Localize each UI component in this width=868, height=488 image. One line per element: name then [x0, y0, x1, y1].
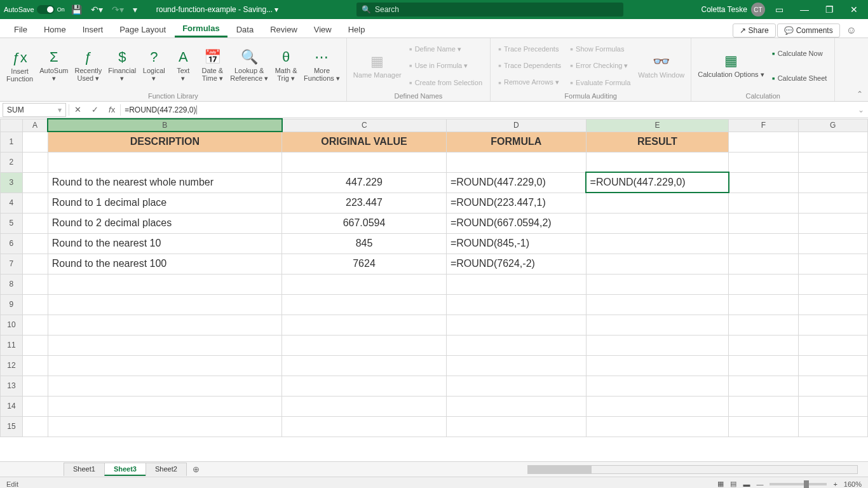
calculation-options-button[interactable]: ▦Calculation Options ▾ — [695, 41, 766, 91]
cell-C1[interactable]: ORIGINAL VALUE — [282, 132, 447, 152]
cancel-icon[interactable]: ✕ — [69, 105, 86, 114]
cell-A13[interactable] — [22, 376, 48, 396]
row-header-5[interactable]: 5 — [1, 213, 23, 233]
cell-A7[interactable] — [22, 254, 48, 274]
tab-home[interactable]: Home — [36, 21, 74, 37]
zoom-in-icon[interactable]: + — [833, 480, 837, 488]
column-header-G[interactable]: G — [798, 119, 867, 132]
cell-C9[interactable] — [282, 294, 447, 315]
cell-G10[interactable] — [798, 315, 867, 335]
cell-E14[interactable] — [586, 396, 729, 416]
cell-B12[interactable] — [48, 355, 281, 376]
name-box[interactable]: SUM▾ — [3, 103, 66, 117]
search-input[interactable]: 🔍 Search — [356, 3, 623, 17]
select-all-corner[interactable] — [1, 119, 23, 132]
cell-A8[interactable] — [22, 274, 48, 294]
chevron-down-icon[interactable]: ▾ — [58, 105, 62, 114]
cell-E11[interactable] — [586, 335, 729, 355]
cell-C10[interactable] — [282, 315, 447, 335]
cell-A5[interactable] — [22, 213, 48, 233]
column-header-C[interactable]: C — [282, 119, 447, 132]
cell-F7[interactable] — [729, 254, 798, 274]
row-header-10[interactable]: 10 — [1, 315, 23, 335]
cell-G12[interactable] — [798, 355, 867, 376]
cell-E2[interactable] — [586, 152, 729, 172]
row-header-8[interactable]: 8 — [1, 274, 23, 294]
cell-B15[interactable] — [48, 416, 281, 437]
cell-G13[interactable] — [798, 376, 867, 396]
maximize-icon[interactable]: ❐ — [819, 2, 840, 17]
cell-C13[interactable] — [282, 376, 447, 396]
cell-E13[interactable] — [586, 376, 729, 396]
cell-A14[interactable] — [22, 396, 48, 416]
collapse-ribbon-icon[interactable]: ⌃ — [851, 38, 868, 101]
cell-D15[interactable] — [446, 416, 586, 437]
cell-B9[interactable] — [48, 294, 281, 315]
row-header-11[interactable]: 11 — [1, 335, 23, 355]
ribbon-calculate-now[interactable]: ▪Calculate Now — [768, 47, 831, 60]
cell-F6[interactable] — [729, 233, 798, 254]
zoom-level[interactable]: 160% — [844, 480, 862, 488]
ribbon-date--[interactable]: 📅Date &Time ▾ — [198, 41, 226, 91]
cell-C8[interactable] — [282, 274, 447, 294]
smiley-icon[interactable]: ☺ — [841, 25, 862, 36]
ribbon-insert[interactable]: ƒxInsertFunction — [4, 41, 36, 91]
autosave-toggle[interactable]: AutoSave On — [4, 5, 65, 14]
cell-B3[interactable]: Round to the nearest whole number — [48, 172, 281, 193]
cell-E7[interactable] — [586, 254, 729, 274]
cell-C5[interactable]: 667.0594 — [282, 213, 447, 233]
cell-D6[interactable]: =ROUND(845,-1) — [446, 233, 586, 254]
cell-D14[interactable] — [446, 396, 586, 416]
cell-D5[interactable]: =ROUND(667.0594,2) — [446, 213, 586, 233]
cell-E1[interactable]: RESULT — [586, 132, 729, 152]
cell-G8[interactable] — [798, 274, 867, 294]
cell-A12[interactable] — [22, 355, 48, 376]
cell-C2[interactable] — [282, 152, 447, 172]
cell-B10[interactable] — [48, 315, 281, 335]
cell-E4[interactable] — [586, 193, 729, 213]
view-normal-icon[interactable]: ▦ — [717, 480, 724, 488]
cell-G4[interactable] — [798, 193, 867, 213]
cell-D8[interactable] — [446, 274, 586, 294]
cell-F2[interactable] — [729, 152, 798, 172]
cell-A10[interactable] — [22, 315, 48, 335]
cell-F11[interactable] — [729, 335, 798, 355]
cell-G15[interactable] — [798, 416, 867, 437]
tab-review[interactable]: Review — [262, 21, 305, 37]
cell-B5[interactable]: Round to 2 decimal places — [48, 213, 281, 233]
zoom-slider[interactable] — [770, 483, 827, 485]
cell-G1[interactable] — [798, 132, 867, 152]
cell-E10[interactable] — [586, 315, 729, 335]
cell-E9[interactable] — [586, 294, 729, 315]
cell-F9[interactable] — [729, 294, 798, 315]
cell-D9[interactable] — [446, 294, 586, 315]
tab-formulas[interactable]: Formulas — [175, 20, 227, 37]
cell-D7[interactable]: =ROUND(7624,-2) — [446, 254, 586, 274]
cell-D10[interactable] — [446, 315, 586, 335]
cell-A9[interactable] — [22, 294, 48, 315]
tab-insert[interactable]: Insert — [75, 21, 111, 37]
ribbon-calculate-sheet[interactable]: ▪Calculate Sheet — [768, 72, 831, 85]
cell-F3[interactable] — [729, 172, 798, 193]
row-header-7[interactable]: 7 — [1, 254, 23, 274]
row-header-14[interactable]: 14 — [1, 396, 23, 416]
redo-icon[interactable]: ↷▾ — [109, 4, 126, 15]
cell-G3[interactable] — [798, 172, 867, 193]
cell-B8[interactable] — [48, 274, 281, 294]
sheet-tab-sheet3[interactable]: Sheet3 — [104, 463, 146, 476]
cell-D2[interactable] — [446, 152, 586, 172]
save-icon[interactable]: 💾 — [69, 4, 85, 15]
row-header-9[interactable]: 9 — [1, 294, 23, 315]
cell-F10[interactable] — [729, 315, 798, 335]
cell-D12[interactable] — [446, 355, 586, 376]
cell-B2[interactable] — [48, 152, 281, 172]
cell-C4[interactable]: 223.447 — [282, 193, 447, 213]
ribbon-display-icon[interactable]: ▭ — [769, 2, 790, 17]
cell-C14[interactable] — [282, 396, 447, 416]
cell-A2[interactable] — [22, 152, 48, 172]
expand-formula-icon[interactable]: ⌄ — [854, 105, 868, 114]
cell-E5[interactable] — [586, 213, 729, 233]
spreadsheet-grid[interactable]: ABCDEFG1DESCRIPTIONORIGINAL VALUEFORMULA… — [0, 118, 868, 461]
cell-D4[interactable]: =ROUND(223.447,1) — [446, 193, 586, 213]
cell-F1[interactable] — [729, 132, 798, 152]
